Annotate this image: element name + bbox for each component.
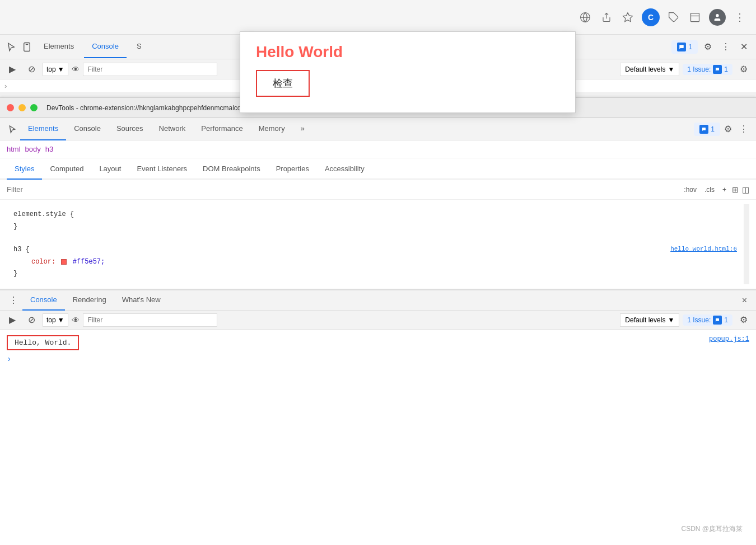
messages-badge-devtools[interactable]: 1 [694, 123, 720, 136]
play-icon-bottom[interactable]: ▶ [4, 312, 20, 328]
styles-filter-bar: :hov .cls + ⊞ ◫ [0, 180, 756, 200]
tab-elements-top[interactable]: Elements [36, 36, 82, 58]
inspect-icon-top[interactable] [4, 40, 18, 54]
styles-filter-input[interactable] [7, 185, 677, 194]
hov-button[interactable]: :hov [682, 185, 699, 195]
element-style-rule: element.style { } [13, 209, 737, 233]
sidebar-style-icon[interactable]: ◫ [742, 185, 749, 194]
h3-color-prop: color: [31, 258, 55, 266]
cls-button[interactable]: .cls [702, 185, 717, 195]
three-dot-bottom[interactable]: ⋮ [4, 295, 22, 306]
add-style-button[interactable]: + [720, 185, 729, 195]
bottom-panel: ⋮ Console Rendering What's New × ▶ ⊘ top [0, 289, 756, 545]
play-icon-top[interactable]: ▶ [4, 62, 20, 77]
levels-btn-bottom[interactable]: Default levels ▼ [620, 313, 679, 327]
breadcrumb-body[interactable]: body [25, 145, 41, 153]
bottom-tab-console[interactable]: Console [22, 290, 65, 311]
no-entry-icon-top[interactable]: ⊘ [24, 62, 39, 77]
dots-icon-top[interactable]: ⋮ [718, 39, 734, 55]
browser-chrome: C ⋮ [0, 0, 756, 35]
style-tab-event-listeners[interactable]: Event Listeners [129, 158, 195, 180]
tab-network[interactable]: Network [151, 118, 194, 140]
bottom-tab-whats-new[interactable]: What's New [114, 290, 169, 311]
menu-icon[interactable]: ⋮ [732, 10, 747, 25]
styles-filter-actions: :hov .cls + ⊞ ◫ [682, 185, 749, 195]
scrollbar-styles[interactable] [744, 204, 749, 284]
style-tab-properties[interactable]: Properties [268, 158, 317, 180]
copy-style-icon[interactable]: ⊞ [732, 185, 739, 194]
eye-icon-top[interactable]: 👁 [72, 65, 80, 74]
console-output: Hello, World. popup.js:1 › [0, 330, 756, 545]
h3-color-value: #ff5e57; [73, 258, 105, 266]
console-source-link[interactable]: popup.js:1 [709, 335, 749, 343]
top-selector-top[interactable]: top ▼ [43, 63, 68, 76]
issue-msg-icon-top [713, 65, 722, 74]
user-avatar[interactable] [709, 9, 726, 26]
color-swatch[interactable] [61, 259, 67, 265]
eye-icon-bottom[interactable]: 👁 [72, 316, 80, 325]
main-container: C ⋮ Elemen [0, 0, 756, 545]
top-selector-bottom[interactable]: top ▼ [43, 313, 68, 327]
element-style-close: } [13, 223, 17, 231]
svg-rect-3 [691, 13, 699, 21]
style-tab-layout[interactable]: Layout [91, 158, 129, 180]
issue-badge-top[interactable]: 1 Issue: 1 [683, 64, 732, 75]
devtools-tabs: Elements Console Sources Network Perform… [0, 118, 756, 140]
style-tab-dom-breakpoints[interactable]: DOM Breakpoints [195, 158, 268, 180]
console-hello-world: Hello, World. [7, 335, 79, 350]
breadcrumb-html[interactable]: html [7, 145, 21, 153]
style-tab-accessibility[interactable]: Accessibility [317, 158, 372, 180]
issue-badge-bottom[interactable]: 1 Issue: 1 [683, 314, 732, 326]
svg-rect-4 [24, 43, 30, 51]
tab-s-top[interactable]: S [129, 36, 150, 58]
inspect-button[interactable]: 检查 [256, 70, 310, 97]
h3-close: } [13, 270, 17, 278]
extension-button[interactable]: C [642, 8, 660, 26]
gear-icon-bottom[interactable]: ⚙ [736, 312, 752, 328]
window-icon[interactable] [688, 10, 702, 25]
bottom-filter-bar: ▶ ⊘ top ▼ 👁 Default levels ▼ 1 Issue: [0, 311, 756, 330]
filter-input-top[interactable] [83, 63, 217, 76]
tab-sources[interactable]: Sources [109, 118, 151, 140]
console-line-hello: Hello, World. popup.js:1 [7, 333, 749, 353]
bottom-tab-rendering[interactable]: Rendering [65, 290, 114, 311]
breadcrumb-bar: html body h3 [0, 140, 756, 158]
traffic-light-green[interactable] [30, 104, 38, 111]
popup-title: Hello World [256, 43, 559, 61]
traffic-light-red[interactable] [7, 104, 14, 111]
tab-console[interactable]: Console [66, 118, 109, 140]
inspect-tab-icon[interactable] [4, 118, 20, 140]
close-bottom-panel[interactable]: × [738, 295, 752, 306]
watermark: CSDN @庞耳拉海莱 [681, 524, 743, 534]
h3-source-link[interactable]: hello_world.html:6 [670, 244, 737, 255]
tab-elements[interactable]: Elements [20, 118, 66, 140]
gear-icon-devtools[interactable]: ⚙ [720, 121, 736, 137]
close-icon-top[interactable]: ✕ [736, 39, 752, 55]
tab-console-top[interactable]: Console [84, 36, 127, 58]
dots-icon-devtools[interactable]: ⋮ [736, 121, 752, 137]
tab-memory[interactable]: Memory [251, 118, 293, 140]
puzzle-icon[interactable] [666, 10, 681, 25]
filter-input-bottom[interactable] [83, 313, 217, 327]
console-prompt[interactable]: › [7, 353, 749, 366]
bottom-tabs-bar: ⋮ Console Rendering What's New × [0, 290, 756, 311]
device-icon-top[interactable] [20, 40, 34, 54]
gear-icon-filter-top[interactable]: ⚙ [736, 62, 752, 77]
style-tab-computed[interactable]: Computed [42, 158, 91, 180]
css-rules-panel: element.style { } hello_world.html:6 h3 … [0, 200, 756, 289]
star-icon[interactable] [620, 10, 635, 25]
tab-more[interactable]: » [293, 118, 312, 140]
messages-badge-top[interactable]: 1 [671, 40, 698, 54]
breadcrumb-h3[interactable]: h3 [45, 145, 53, 153]
translate-icon[interactable] [578, 10, 592, 25]
svg-marker-1 [623, 12, 633, 21]
levels-btn-top[interactable]: Default levels ▼ [620, 63, 679, 76]
traffic-light-yellow[interactable] [18, 104, 26, 111]
no-entry-icon-bottom[interactable]: ⊘ [24, 312, 39, 328]
messages-icon-top [677, 43, 686, 51]
gear-icon-top[interactable]: ⚙ [700, 39, 716, 55]
h3-selector: h3 { [13, 246, 30, 253]
tab-performance[interactable]: Performance [193, 118, 250, 140]
style-tab-styles[interactable]: Styles [7, 158, 42, 180]
share-icon[interactable] [599, 10, 614, 25]
